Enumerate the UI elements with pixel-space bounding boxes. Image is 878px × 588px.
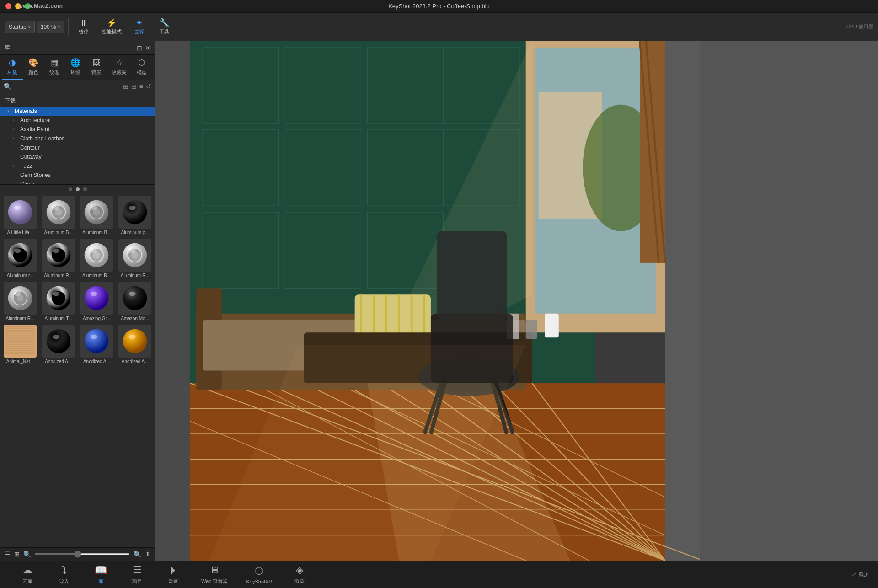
material-thumbnail [118,196,151,229]
expand-icon[interactable]: ⊡ [137,44,142,52]
material-thumbnail [4,282,37,315]
tab-materials[interactable]: ◑ 材质 [2,55,23,80]
grid-icon[interactable]: ☰ [5,551,11,558]
close-button[interactable] [5,3,11,9]
tree-item-materials-root[interactable]: ▾ Materials [0,107,155,116]
pause-button[interactable]: ⏸ 暂停 [72,17,95,37]
tab-colors[interactable]: 🎨 颜色 [23,55,44,80]
material-item[interactable]: Aluminum R... [79,239,115,280]
tree-item-axalta-paint[interactable]: › Axalta Paint [0,125,155,134]
header-actions: ⊡ ✕ [137,44,150,52]
material-item[interactable]: Aluminum B... [79,196,115,237]
bottom-controls: ☰ ⊞ 🔍 🔍 ⬆ [0,547,155,561]
material-item[interactable]: Animal_Nat... [2,325,38,366]
filter-icon[interactable]: ⊞ [123,83,128,90]
grid2-icon[interactable]: ⊞ [14,551,20,558]
bottom-project-btn[interactable]: ☰ 项目 [119,561,155,588]
tree-item-gem-stones[interactable]: Gem Stones [0,171,155,180]
svg-rect-131 [545,314,558,338]
material-item[interactable]: Anodized A... [40,325,77,366]
refresh-icon[interactable]: ↺ [146,83,151,90]
library-header: 库 ⊡ ✕ [0,41,155,55]
tab-background[interactable]: 🖼 背景 [86,55,107,80]
bottom-cloud-btn[interactable]: ☁ 云库 [9,561,46,588]
material-name: Aluminum r... [7,273,33,278]
startup-dropdown[interactable]: Startup ▾ [5,21,35,33]
filter2-icon[interactable]: ⊟ [131,83,137,90]
watermark: www.MacZ.com [18,2,63,9]
tab-model[interactable]: ⬡ 模型 [131,55,152,80]
material-thumbnail [4,196,37,229]
main-area: 库 ⊡ ✕ ◑ 材质 🎨 颜色 ▦ 纹理 [0,41,878,561]
tools-button[interactable]: 🔧 工具 [153,17,176,37]
bottom-import-btn[interactable]: ⤵ 导入 [46,561,82,588]
fullscreen-btn[interactable]: ⤢ 截屏 [852,571,869,578]
import-icon: ⤵ [62,564,67,576]
scene-svg [155,41,700,561]
material-grid: A Little Lila...Aluminum B...Aluminum B.… [0,194,155,547]
bottom-library-btn[interactable]: 📖 库 [82,561,119,588]
svg-point-20 [14,249,21,253]
keyshot-xr-icon: ⬡ [255,565,263,577]
material-item[interactable]: Aluminum r... [2,239,38,280]
pause-icon: ⏸ [80,19,88,27]
zoom-in-icon[interactable]: 🔍 [134,551,141,558]
material-thumbnail [118,325,151,358]
page-dot-2[interactable] [76,187,80,191]
material-item[interactable]: Aluminum T... [40,282,77,323]
svg-point-50 [123,286,147,310]
svg-rect-134 [437,231,507,320]
material-name: Aluminum R... [5,316,34,321]
material-item[interactable]: Anodized A... [79,325,115,366]
material-item[interactable]: Anodized A... [117,325,153,366]
svg-point-48 [91,292,97,296]
svg-point-30 [91,249,97,253]
search-bottom-icon[interactable]: 🔍 [23,551,31,558]
material-thumbnail [42,282,75,315]
material-name: Animal_Nat... [6,359,34,364]
tree-item-glass[interactable]: › Glass [0,180,155,185]
material-item[interactable]: Aluminum p... [117,196,153,237]
page-dot-3[interactable] [83,187,87,191]
material-name: Aluminum R... [82,273,111,278]
material-item[interactable]: Aluminum R... [117,239,153,280]
viewport[interactable] [155,41,700,561]
tree-item-architectural[interactable]: › Architectural [0,116,155,125]
cloud-icon: ☁ [22,564,32,576]
bottom-keyshot-xr-btn[interactable]: ⬡ KeyShotXR [237,562,281,587]
zoom-dropdown[interactable]: 100 % ▾ [37,21,64,33]
material-item[interactable]: Amazon Mo... [117,282,153,323]
denoise-button[interactable]: ✦ 去噪 [128,17,151,37]
material-thumbnail [80,196,113,229]
tree-item-fuzz[interactable]: › Fuzz [0,161,155,171]
size-slider[interactable] [35,553,130,555]
material-grid-wrapper: A Little Lila...Aluminum B...Aluminum B.… [0,194,155,547]
material-name: A Little Lila... [7,230,33,235]
material-item[interactable]: Aluminum B... [40,196,77,237]
library-icon: 📖 [95,564,107,576]
tab-environment[interactable]: 🌐 环境 [65,55,86,80]
tab-favorites[interactable]: ☆ 收藏夹 [107,55,131,80]
tab-bar: ◑ 材质 🎨 颜色 ▦ 纹理 🌐 环境 🖼 背景 [0,55,155,80]
tree-item-contour[interactable]: Contour [0,143,155,152]
material-item[interactable]: A Little Lila... [2,196,38,237]
tree-item-cutaway[interactable]: Cutaway [0,152,155,161]
tab-textures[interactable]: ▦ 纹理 [44,55,65,80]
tree-item-cloth-leather[interactable]: › Cloth and Leather [0,134,155,143]
material-item[interactable]: Aluminum R... [2,282,38,323]
close-panel-icon[interactable]: ✕ [145,44,150,52]
colors-icon: 🎨 [28,58,38,68]
material-name: Amazing Gr... [83,316,111,321]
materials-icon: ◑ [9,58,16,68]
bottom-animation-btn[interactable]: ⏵ 动画 [155,561,192,588]
filter3-icon[interactable]: ≡ [139,83,143,90]
bottom-render-btn[interactable]: ◈ 渲染 [281,561,318,588]
material-item[interactable]: Aluminum R... [40,239,77,280]
bottom-web-viewer-btn[interactable]: 🖥 Web 查看器 [192,561,237,588]
cloud-upload-icon[interactable]: ⬆ [145,551,150,558]
performance-button[interactable]: ⚡ 性能模式 [97,17,126,37]
material-item[interactable]: Amazing Gr... [79,282,115,323]
chevron-down-icon: ▾ [7,109,13,113]
svg-point-7 [52,206,59,210]
page-dot-1[interactable] [69,187,72,191]
